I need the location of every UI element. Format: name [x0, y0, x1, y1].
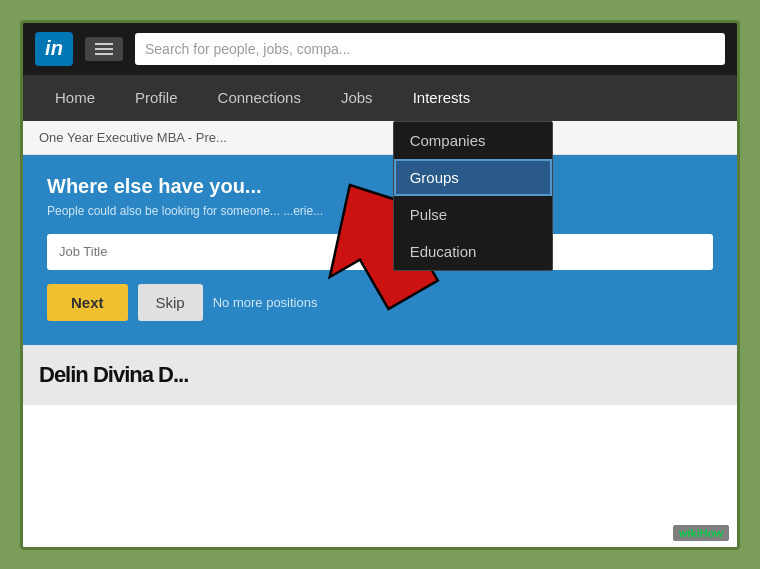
nav-item-home[interactable]: Home — [35, 75, 115, 121]
content-area: One Year Executive MBA - Pre... Where el… — [23, 121, 737, 547]
skip-button[interactable]: Skip — [138, 284, 203, 321]
blue-panel: Where else have you... People could also… — [23, 155, 737, 345]
nav-item-profile[interactable]: Profile — [115, 75, 198, 121]
panel-subtext: People could also be looking for someone… — [47, 204, 713, 218]
input-row — [47, 234, 713, 270]
nav-item-interests[interactable]: Interests Companies Groups Pulse Educati… — [393, 75, 491, 121]
dropdown-item-companies[interactable]: Companies — [394, 122, 552, 159]
wikihow-badge: wikiHow — [673, 525, 729, 541]
breadcrumb-bar: One Year Executive MBA - Pre... — [23, 121, 737, 155]
screenshot-container: in Search for people, jobs, compa... Hom… — [20, 20, 740, 550]
nav-item-jobs[interactable]: Jobs — [321, 75, 393, 121]
linkedin-logo: in — [35, 32, 73, 66]
nav-bar: Home Profile Connections Jobs Interests … — [23, 75, 737, 121]
breadcrumb-text: One Year Executive MBA - Pre... — [39, 130, 227, 145]
top-bar: in Search for people, jobs, compa... — [23, 23, 737, 75]
dropdown-item-pulse[interactable]: Pulse — [394, 196, 552, 233]
panel-heading: Where else have you... — [47, 175, 713, 198]
no-more-text: No more positions — [213, 295, 318, 310]
bottom-strip: Delin Divina D... — [23, 345, 737, 405]
interests-dropdown: Companies Groups Pulse Education — [393, 121, 553, 271]
job-title-input[interactable] — [47, 234, 375, 270]
bottom-text: Delin Divina D... — [39, 362, 188, 388]
search-bar[interactable]: Search for people, jobs, compa... — [135, 33, 725, 65]
dropdown-item-education[interactable]: Education — [394, 233, 552, 270]
btn-row: Next Skip No more positions — [47, 284, 713, 321]
next-button[interactable]: Next — [47, 284, 128, 321]
menu-button[interactable] — [85, 37, 123, 61]
dropdown-item-groups[interactable]: Groups — [394, 159, 552, 196]
nav-item-connections[interactable]: Connections — [198, 75, 321, 121]
search-placeholder: Search for people, jobs, compa... — [145, 41, 350, 57]
